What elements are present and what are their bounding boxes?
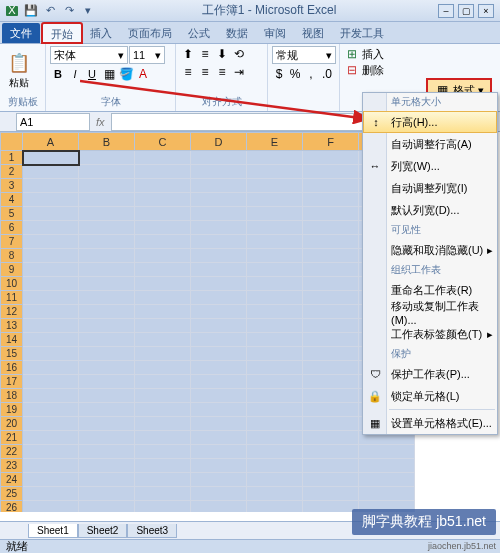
row-header[interactable]: 4 xyxy=(1,193,23,207)
cell[interactable] xyxy=(23,291,79,305)
row-header[interactable]: 6 xyxy=(1,221,23,235)
cell[interactable] xyxy=(23,277,79,291)
cell[interactable] xyxy=(135,277,191,291)
cell[interactable] xyxy=(23,263,79,277)
cell[interactable] xyxy=(303,151,359,165)
cell[interactable] xyxy=(135,193,191,207)
cell[interactable] xyxy=(191,473,247,487)
cell[interactable] xyxy=(23,431,79,445)
cell[interactable] xyxy=(79,291,135,305)
cell[interactable] xyxy=(79,151,135,165)
undo-icon[interactable]: ↶ xyxy=(42,3,58,19)
col-header[interactable]: A xyxy=(23,133,79,151)
row-header[interactable]: 12 xyxy=(1,305,23,319)
cell[interactable] xyxy=(23,361,79,375)
menu-item[interactable]: 隐藏和取消隐藏(U)▸ xyxy=(363,239,497,261)
maximize-button[interactable]: ▢ xyxy=(458,4,474,18)
cell[interactable] xyxy=(79,305,135,319)
menu-item[interactable]: 自动调整行高(A) xyxy=(363,133,497,155)
cell[interactable] xyxy=(303,403,359,417)
close-button[interactable]: × xyxy=(478,4,494,18)
cell[interactable] xyxy=(135,403,191,417)
cell[interactable] xyxy=(247,389,303,403)
cell[interactable] xyxy=(191,305,247,319)
row-header[interactable]: 14 xyxy=(1,333,23,347)
row-header[interactable]: 1 xyxy=(1,151,23,165)
cell[interactable] xyxy=(359,459,415,473)
col-header[interactable]: F xyxy=(303,133,359,151)
cell[interactable] xyxy=(79,375,135,389)
cell[interactable] xyxy=(303,235,359,249)
cell[interactable] xyxy=(135,347,191,361)
bold-button[interactable]: B xyxy=(50,66,66,82)
font-color-button[interactable]: A xyxy=(135,66,151,82)
cell[interactable] xyxy=(23,445,79,459)
cell[interactable] xyxy=(135,319,191,333)
cell[interactable] xyxy=(247,445,303,459)
cell[interactable] xyxy=(247,403,303,417)
cell[interactable] xyxy=(135,487,191,501)
cell[interactable] xyxy=(359,445,415,459)
cell[interactable] xyxy=(79,445,135,459)
cell[interactable] xyxy=(247,431,303,445)
col-header[interactable]: D xyxy=(191,133,247,151)
menu-item[interactable]: 🔒锁定单元格(L) xyxy=(363,385,497,407)
cell[interactable] xyxy=(79,235,135,249)
comma-icon[interactable]: , xyxy=(304,66,318,82)
cell[interactable] xyxy=(191,361,247,375)
menu-item[interactable]: ↔列宽(W)... xyxy=(363,155,497,177)
cell[interactable] xyxy=(23,389,79,403)
row-header[interactable]: 7 xyxy=(1,235,23,249)
cell[interactable] xyxy=(247,207,303,221)
cell[interactable] xyxy=(23,403,79,417)
row-header[interactable]: 11 xyxy=(1,291,23,305)
cell[interactable] xyxy=(247,277,303,291)
cell[interactable] xyxy=(191,263,247,277)
cell[interactable] xyxy=(79,179,135,193)
col-header[interactable]: C xyxy=(135,133,191,151)
cell[interactable] xyxy=(191,459,247,473)
cell[interactable] xyxy=(247,319,303,333)
menu-item[interactable]: 自动调整列宽(I) xyxy=(363,177,497,199)
cell[interactable] xyxy=(247,417,303,431)
cell[interactable] xyxy=(303,277,359,291)
cell[interactable] xyxy=(303,263,359,277)
cell[interactable] xyxy=(247,305,303,319)
select-all-corner[interactable] xyxy=(1,133,23,151)
cell[interactable] xyxy=(359,473,415,487)
cell[interactable] xyxy=(23,417,79,431)
menu-item[interactable]: 🛡保护工作表(P)... xyxy=(363,363,497,385)
row-header[interactable]: 18 xyxy=(1,389,23,403)
sheet-tab[interactable]: Sheet2 xyxy=(78,524,128,538)
cell[interactable] xyxy=(79,277,135,291)
cell[interactable] xyxy=(303,333,359,347)
font-size-combo[interactable]: 11▾ xyxy=(129,46,165,64)
row-header[interactable]: 9 xyxy=(1,263,23,277)
cell[interactable] xyxy=(135,431,191,445)
cell[interactable] xyxy=(191,431,247,445)
align-left-icon[interactable]: ≡ xyxy=(180,64,196,80)
cell[interactable] xyxy=(135,417,191,431)
cell[interactable] xyxy=(191,235,247,249)
cell[interactable] xyxy=(135,501,191,513)
border-button[interactable]: ▦ xyxy=(101,66,117,82)
row-header[interactable]: 5 xyxy=(1,207,23,221)
italic-button[interactable]: I xyxy=(67,66,83,82)
row-header[interactable]: 22 xyxy=(1,445,23,459)
save-icon[interactable]: 💾 xyxy=(23,3,39,19)
cell[interactable] xyxy=(247,333,303,347)
cell[interactable] xyxy=(79,459,135,473)
cell[interactable] xyxy=(23,179,79,193)
cell[interactable] xyxy=(79,403,135,417)
cell[interactable] xyxy=(23,249,79,263)
align-bottom-icon[interactable]: ⬇ xyxy=(214,46,230,62)
cell[interactable] xyxy=(23,347,79,361)
cell[interactable] xyxy=(303,221,359,235)
cell[interactable] xyxy=(135,389,191,403)
cell[interactable] xyxy=(135,291,191,305)
cell[interactable] xyxy=(303,305,359,319)
insert-cells-button[interactable]: ⊞插入 xyxy=(344,46,496,62)
percent-icon[interactable]: % xyxy=(287,66,303,82)
cell[interactable] xyxy=(191,319,247,333)
cell[interactable] xyxy=(191,291,247,305)
